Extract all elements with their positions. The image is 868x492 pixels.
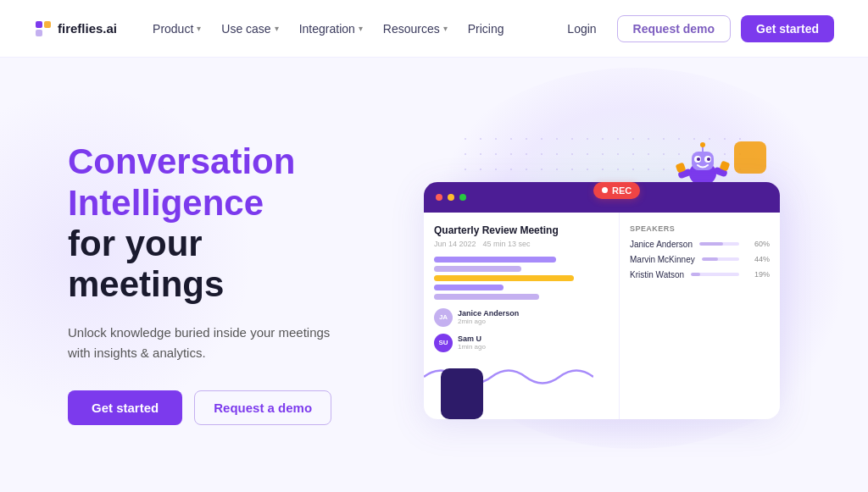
waveform-bar [434,275,574,281]
speaker-fill-janice [699,242,723,246]
speaker-stat-marvin: Marvin McKinney 44% [630,255,770,264]
logo[interactable]: fireflies.ai [34,19,117,38]
svg-point-7 [697,158,700,161]
hero-headline: Conversation Intelligence for your meeti… [68,141,407,305]
speaker-stat-janice: Janice Anderson 60% [630,240,770,249]
svg-point-8 [707,158,710,161]
window-dot-max [459,194,466,201]
speaker-item-sam: SU Sam U 1min ago [434,334,609,352]
speaker-time-sam: 1min ago [458,343,609,351]
speaker-pct-marvin: 44% [746,255,770,263]
get-started-nav-button[interactable]: Get started [741,15,834,42]
speaker-name-sam: Sam U [458,334,609,343]
navbar: fireflies.ai Product ▾ Use case ▾ Integr… [0,0,868,58]
hero-visual: REC Quarterly Review Meeting Jun 14 2022… [424,131,817,436]
nav-pricing[interactable]: Pricing [459,17,513,41]
waveform-bar [434,294,539,300]
meeting-meta: Jun 14 2022 45 min 13 sec [434,240,609,248]
hero-left: Conversation Intelligence for your meeti… [68,141,424,424]
rec-dot [602,187,608,193]
rec-badge: REC [593,182,640,199]
request-demo-button[interactable]: Request demo [617,15,731,42]
svg-rect-1 [44,21,51,28]
nav-actions: Login Request demo Get started [557,15,834,42]
meeting-title: Quarterly Review Meeting [434,224,609,236]
speaker-stat-name-janice: Janice Anderson [630,240,693,249]
logo-icon [34,19,53,38]
svg-point-10 [700,142,705,147]
speaker-time-janice: 2min ago [458,318,609,325]
get-started-button[interactable]: Get started [68,390,182,425]
dark-panel-decoration [441,368,483,419]
speaker-pct-kristin: 19% [746,270,770,279]
speaker-stat-name-kristin: Kristin Watson [630,270,684,279]
speaker-bar-kristin [691,273,739,276]
nav-resources[interactable]: Resources ▾ [375,17,456,41]
window-dot-min [448,194,454,201]
logo-text: fireflies.ai [58,21,117,36]
nav-integration[interactable]: Integration ▾ [291,17,371,41]
waveform-visualization [434,257,609,300]
speakers-section-label: SPEAKERS [630,224,770,233]
waveform-bar [434,257,556,263]
waveform-bar [434,285,504,290]
window-dot-close [436,194,442,201]
speaker-fill-kristin [691,273,700,276]
hero-buttons: Get started Request a demo [68,390,407,425]
speaker-stat-kristin: Kristin Watson 19% [630,270,770,279]
speaker-item-janice: JA Janice Anderson 2min ago [434,308,609,327]
chevron-down-icon: ▾ [443,24,448,33]
accent-decoration [734,141,766,174]
chevron-down-icon: ▾ [197,24,201,33]
hero-subtext: Unlock knowledge buried inside your meet… [68,323,339,363]
speaker-fill-marvin [702,257,718,261]
speaker-name-janice: Janice Anderson [458,309,609,318]
nav-product[interactable]: Product ▾ [144,17,209,41]
speaker-stat-name-marvin: Marvin McKinney [630,255,695,264]
svg-rect-0 [36,21,42,28]
chevron-down-icon: ▾ [275,24,279,33]
hero-section: Conversation Intelligence for your meeti… [0,58,868,492]
card-right-panel: SPEAKERS Janice Anderson 60% Marvin McKi… [620,213,780,419]
nav-links: Product ▾ Use case ▾ Integration ▾ Resou… [144,17,557,41]
nav-usecase[interactable]: Use case ▾ [213,17,287,41]
speaker-avatar-janice: JA [434,308,453,327]
speaker-pct-janice: 60% [746,240,770,248]
request-demo-button-hero[interactable]: Request a demo [194,390,331,425]
chevron-down-icon: ▾ [359,24,363,33]
waveform-bar [434,266,521,272]
login-button[interactable]: Login [557,17,606,41]
speaker-bar-marvin [702,257,739,261]
speaker-avatar-sam: SU [434,334,453,352]
svg-rect-2 [36,30,42,36]
speaker-bar-janice [699,242,739,246]
